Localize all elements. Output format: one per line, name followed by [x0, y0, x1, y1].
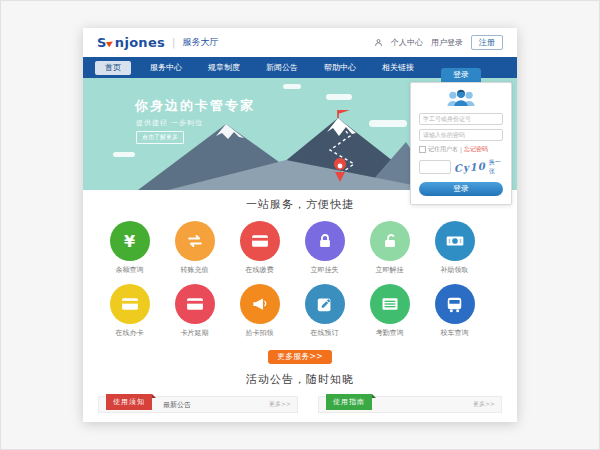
cloud	[283, 84, 301, 89]
site-name: 服务大厅	[182, 36, 218, 49]
services-section: 一站服务，方便快捷 ¥ 余额查询 转账充值 在线缴费	[83, 190, 517, 364]
hero-subtitle: 提供捷径 一步到位	[136, 118, 203, 128]
service-label: 转账充值	[181, 265, 209, 275]
service-circle	[305, 221, 345, 261]
login-submit-button[interactable]: 登录	[419, 182, 503, 196]
login-form: 记住用户名 | 忘记密码 Cy10 换一张 登录	[410, 82, 512, 205]
usage-notice-ribbon[interactable]: 使用须知	[106, 394, 152, 410]
personal-center-link[interactable]: 个人中心	[391, 37, 423, 48]
remember-checkbox[interactable]	[419, 146, 426, 153]
latest-news-tab[interactable]: 最新公告	[163, 400, 191, 410]
service-label: 在线预订	[311, 328, 339, 338]
header: S ▶ njones | 服务大厅 个人中心 用户登录 注册	[83, 28, 517, 57]
logo[interactable]: S ▶ njones	[97, 35, 165, 50]
service-item[interactable]: 卡片延期	[162, 284, 227, 338]
card-icon	[250, 231, 270, 251]
cloud	[326, 94, 352, 100]
header-divider: |	[172, 37, 175, 48]
user-icon	[374, 38, 383, 47]
cloud	[113, 152, 135, 157]
more-services-button[interactable]: 更多服务>>	[268, 350, 332, 364]
announcements-section: 活动公告，随时知晓 使用须知 最新公告 更多>> 使用指南 更多>>	[83, 365, 517, 422]
service-label: 补助领取	[441, 265, 469, 275]
user-login-link[interactable]: 用户登录	[431, 37, 463, 48]
nav-item-home[interactable]: 首页	[95, 61, 131, 75]
service-label: 立即挂失	[311, 265, 339, 275]
announcement-bar-left: 使用须知 最新公告 更多>>	[98, 396, 298, 413]
service-item[interactable]: 补助领取	[422, 221, 487, 275]
hero-title: 你身边的卡管专家	[135, 97, 255, 115]
password-input[interactable]	[419, 129, 503, 141]
hero-cta-button[interactable]: 点击了解更多	[136, 131, 184, 144]
usage-guide-ribbon[interactable]: 使用指南	[326, 394, 372, 410]
card-icon	[120, 294, 140, 314]
service-label: 校车查询	[441, 328, 469, 338]
banknote-icon	[445, 231, 465, 251]
service-circle	[370, 284, 410, 324]
captcha-row: Cy10 换一张	[419, 158, 503, 176]
service-circle	[370, 221, 410, 261]
announcements-title: 活动公告，随时知晓	[83, 365, 517, 387]
service-item[interactable]: 转账充值	[162, 221, 227, 275]
service-item[interactable]: 考勤查询	[357, 284, 422, 338]
forgot-password-link[interactable]: 忘记密码	[464, 145, 488, 154]
service-item[interactable]: 在线办卡	[97, 284, 162, 338]
service-label: 余额查询	[116, 265, 144, 275]
service-item[interactable]: 校车查询	[422, 284, 487, 338]
service-circle	[240, 284, 280, 324]
unlock-icon	[381, 232, 399, 250]
users-group-icon	[419, 88, 503, 109]
header-right: 个人中心 用户登录 注册	[374, 35, 503, 50]
services-row-1: ¥ 余额查询 转账充值 在线缴费 立即挂失	[83, 221, 517, 275]
announcement-bar-right: 使用指南 更多>>	[318, 396, 502, 413]
service-item[interactable]: 在线缴费	[227, 221, 292, 275]
captcha-input[interactable]	[419, 160, 451, 174]
more-link[interactable]: 更多>>	[269, 400, 291, 409]
list-icon	[380, 294, 400, 314]
megaphone-icon	[250, 294, 270, 314]
service-circle	[110, 284, 150, 324]
logo-text-rest: njones	[115, 35, 165, 50]
lock-icon	[316, 232, 334, 250]
service-circle	[305, 284, 345, 324]
yen-icon: ¥	[124, 232, 135, 251]
login-panel: 登录 记住用户名 | 忘记密码 Cy10 换一张	[410, 68, 512, 205]
login-tab[interactable]: 登录	[441, 68, 481, 82]
service-item[interactable]: ¥ 余额查询	[97, 221, 162, 275]
service-circle	[435, 284, 475, 324]
nav-item-service-center[interactable]: 服务中心	[137, 57, 195, 78]
service-label: 在线办卡	[116, 328, 144, 338]
service-label: 在线缴费	[246, 265, 274, 275]
service-label: 拾卡招领	[246, 328, 274, 338]
transfer-icon	[185, 231, 205, 251]
service-label: 立即解挂	[376, 265, 404, 275]
captcha-refresh-link[interactable]: 换一张	[489, 158, 503, 176]
nav-item-news[interactable]: 新闻公告	[253, 57, 311, 78]
service-label: 考勤查询	[376, 328, 404, 338]
service-item[interactable]: 立即挂失	[292, 221, 357, 275]
more-link[interactable]: 更多>>	[473, 400, 495, 409]
service-label: 卡片延期	[181, 328, 209, 338]
remember-row: 记住用户名 | 忘记密码	[419, 145, 503, 154]
bus-icon	[445, 295, 464, 314]
service-circle	[175, 284, 215, 324]
service-circle	[175, 221, 215, 261]
username-input[interactable]	[419, 113, 503, 125]
service-item[interactable]: 拾卡招领	[227, 284, 292, 338]
service-item[interactable]: 立即解挂	[357, 221, 422, 275]
site-container: S ▶ njones | 服务大厅 个人中心 用户登录 注册 首页 服务中心 规…	[83, 28, 517, 422]
login-row-divider: |	[460, 146, 462, 153]
announcement-bars: 使用须知 最新公告 更多>> 使用指南 更多>>	[83, 396, 517, 413]
card-icon	[185, 294, 205, 314]
services-row-2: 在线办卡 卡片延期 拾卡招领 在线预订	[83, 284, 517, 338]
remember-label: 记住用户名	[428, 145, 458, 154]
nav-item-rules[interactable]: 规章制度	[195, 57, 253, 78]
register-button[interactable]: 注册	[471, 35, 503, 50]
service-item[interactable]: 在线预订	[292, 284, 357, 338]
edit-icon	[315, 295, 334, 314]
service-circle	[240, 221, 280, 261]
service-circle	[435, 221, 475, 261]
nav-item-help[interactable]: 帮助中心	[311, 57, 369, 78]
service-circle: ¥	[110, 221, 150, 261]
captcha-image: Cy10	[454, 160, 487, 174]
